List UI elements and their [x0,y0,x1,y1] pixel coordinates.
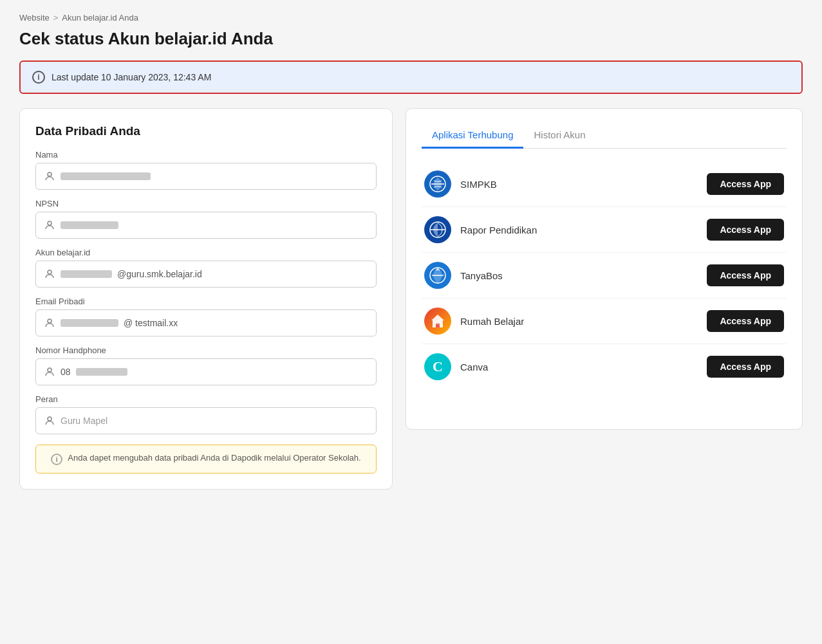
npsn-redacted [61,221,118,229]
phone-prefix: 08 [61,367,71,377]
info-banner-text: Last update 10 January 2023, 12:43 AM [51,72,211,82]
breadcrumb-current: Akun belajar.id Anda [62,13,138,23]
app-logo-simpkb [424,170,451,198]
app-row-canva: C Canva Access App [422,344,787,389]
app-name-canva: Canva [460,362,698,373]
app-logo-rapor [424,216,451,243]
field-email-label: Email Pribadi [35,297,377,306]
app-row-rapor: Rapor Pendidikan Access App [422,207,787,253]
app-row-rumah: Rumah Belajar Access App [422,299,787,344]
person-icon-3 [44,268,55,280]
field-peran-label: Peran [35,394,377,404]
akun-suffix: @guru.smk.belajar.id [117,269,202,279]
svg-rect-11 [434,320,441,324]
person-icon-6 [44,415,55,427]
info-icon: i [32,71,45,84]
field-akun-input: @guru.smk.belajar.id [35,261,377,288]
svg-point-3 [48,319,51,323]
app-list: SIMPKB Access App Rapor Pendidikan Acces… [422,161,787,389]
email-suffix: @ testmail.xx [124,318,178,328]
app-row-tanyabos: TanyaBos Access App [422,253,787,299]
app-logo-tanyabos [424,262,451,289]
app-name-rapor: Rapor Pendidikan [460,225,698,235]
nama-redacted [61,172,151,180]
breadcrumb: Website > Akun belajar.id Anda [19,13,803,23]
breadcrumb-website: Website [19,13,50,23]
warning-icon: i [51,454,62,465]
field-akun: Akun belajar.id @guru.smk.belajar.id [35,248,377,288]
warning-text: Anda dapet mengubah data pribadi Anda di… [68,453,360,463]
person-icon-4 [44,317,55,329]
field-nama-label: Nama [35,150,377,160]
field-email: Email Pribadi @ testmail.xx [35,297,377,336]
field-phone-input: 08 [35,358,377,385]
person-icon-5 [44,366,55,378]
field-nama-input [35,163,377,190]
app-logo-rumah [424,308,451,335]
breadcrumb-separator: > [53,13,59,23]
field-email-input: @ testmail.xx [35,309,377,336]
svg-point-4 [48,368,51,372]
field-phone: Nomor Handphone 08 [35,345,377,385]
phone-redacted [76,368,127,376]
akun-redacted [61,270,112,278]
field-npsn-input [35,212,377,239]
app-logo-canva: C [424,353,451,380]
app-name-rumah: Rumah Belajar [460,316,698,327]
page-title: Cek status Akun belajar.id Anda [19,29,803,49]
info-banner: i Last update 10 January 2023, 12:43 AM [19,60,803,94]
access-btn-canva[interactable]: Access App [707,356,784,378]
svg-point-5 [48,417,51,421]
field-nama: Nama [35,150,377,190]
field-peran: Peran Guru Mapel [35,394,377,434]
field-npsn-label: NPSN [35,199,377,208]
main-content: Data Pribadi Anda Nama NPSN Akun be [19,108,803,490]
tabs: Aplikasi Terhubung Histori Akun [422,124,787,149]
access-btn-rapor[interactable]: Access App [707,219,784,241]
field-akun-label: Akun belajar.id [35,248,377,257]
person-icon-2 [44,219,55,231]
app-name-tanyabos: TanyaBos [460,270,698,281]
field-peran-input: Guru Mapel [35,407,377,434]
email-redacted [61,319,118,327]
left-panel-title: Data Pribadi Anda [35,124,377,138]
left-panel: Data Pribadi Anda Nama NPSN Akun be [19,108,393,490]
person-icon [44,170,55,182]
warning-note: i Anda dapet mengubah data pribadi Anda … [35,445,377,474]
field-phone-label: Nomor Handphone [35,345,377,355]
svg-point-0 [48,172,51,176]
svg-point-2 [48,270,51,274]
access-btn-simpkb[interactable]: Access App [707,173,784,195]
access-btn-tanyabos[interactable]: Access App [707,264,784,286]
app-name-simpkb: SIMPKB [460,179,698,190]
app-row-simpkb: SIMPKB Access App [422,161,787,207]
field-npsn: NPSN [35,199,377,239]
tab-histori[interactable]: Histori Akun [523,124,595,149]
right-panel: Aplikasi Terhubung Histori Akun SIMPKB A… [406,108,803,430]
tab-aplikasi[interactable]: Aplikasi Terhubung [422,124,523,149]
svg-point-1 [48,221,51,225]
peran-value: Guru Mapel [61,416,107,426]
access-btn-rumah[interactable]: Access App [707,310,784,332]
